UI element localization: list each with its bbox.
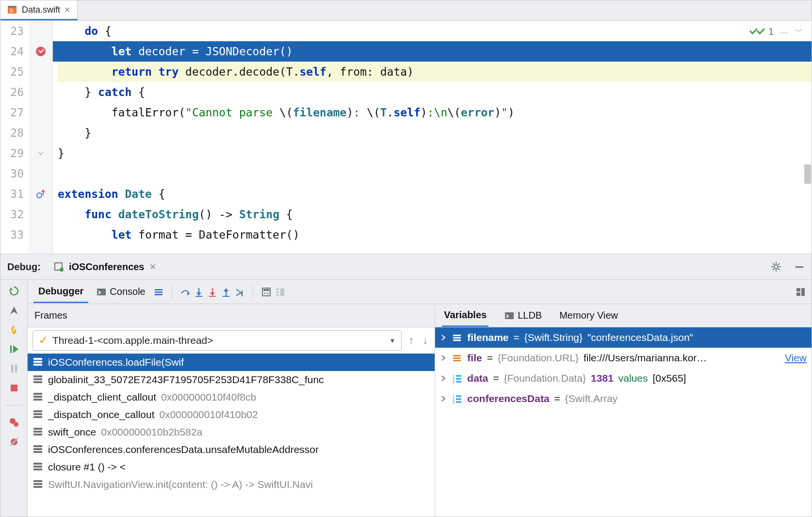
next-frame-icon[interactable]: ↓ [421, 332, 430, 349]
chevron-right-icon[interactable] [440, 355, 447, 361]
code-line[interactable]: fatalError("Cannot parse \(filename): \(… [58, 102, 812, 123]
tab-variables[interactable]: Variables [442, 305, 488, 327]
stack-frame[interactable]: _dispatch_once_callout 0x000000010f410b0… [28, 406, 435, 423]
tab-lldb[interactable]: LLDB [502, 305, 544, 326]
code-line[interactable]: let decoder = JSONDecoder() [53, 41, 812, 62]
gutter-cell[interactable] [29, 62, 52, 82]
svg-rect-16 [10, 345, 12, 353]
gutter-cell[interactable] [29, 123, 52, 143]
navigate-icon[interactable] [9, 305, 19, 316]
stack-frame[interactable]: _dispatch_client_callout 0x000000010f40f… [28, 388, 435, 406]
step-into-icon[interactable] [194, 287, 204, 297]
stack-frame[interactable]: closure #1 () -> < [28, 458, 435, 476]
tab-memory-view[interactable]: Memory View [557, 305, 620, 326]
line-number: 27 [0, 102, 24, 123]
chevron-right-icon[interactable] [440, 375, 447, 381]
frames-list[interactable]: iOSConferences.loadFile(Swifglobalinit_3… [28, 354, 435, 517]
svg-text:3: 3 [453, 380, 455, 384]
code-line[interactable] [58, 163, 812, 184]
variables-list[interactable]: filename = {Swift.String} "conferencesDa… [435, 327, 812, 517]
variable-type-icon [452, 332, 462, 343]
variable-row[interactable]: file = {Foundation.URL} file:///Users/ma… [435, 348, 812, 368]
code-line[interactable]: } catch { [58, 82, 812, 102]
code-line[interactable]: do { [58, 21, 812, 41]
evaluate-expression-icon[interactable] [261, 287, 272, 297]
variable-value: "conferencesData.json" [587, 332, 693, 343]
svg-rect-55 [33, 399, 42, 401]
inspection-widget[interactable]: 1 ︿ ﹀ [750, 26, 803, 37]
svg-line-14 [778, 263, 780, 265]
gear-icon[interactable] [771, 261, 781, 272]
editor-tab-filename: Data.swift [22, 5, 60, 15]
variable-row[interactable]: filename = {Swift.String} "conferencesDa… [435, 327, 812, 348]
tab-console[interactable]: Console [91, 281, 150, 302]
stack-frame[interactable]: swift_once 0x000000010b2b582a [28, 423, 435, 441]
gutter-cell[interactable] [29, 41, 52, 62]
pause-icon[interactable] [9, 363, 19, 374]
thread-selector[interactable]: ✓ Thread-1-<com.apple.main-thread> ▼ [32, 330, 402, 351]
gutter-cell[interactable] [29, 204, 52, 225]
stack-frame-icon [33, 410, 43, 419]
breakpoint-icon[interactable] [36, 47, 46, 56]
tab-debugger[interactable]: Debugger [33, 281, 88, 303]
variable-row[interactable]: 123data = {Foundation.Data} 1381 values … [435, 368, 812, 388]
editor-tab-active[interactable]: S Data.swift ✕ [0, 0, 78, 20]
code-line[interactable]: func dateToString() -> String { [58, 204, 812, 225]
debug-config-tab[interactable]: iOSConferences ✕ [53, 261, 156, 273]
force-step-into-icon[interactable] [207, 287, 218, 297]
gutter-cell[interactable] [29, 163, 52, 184]
view-link[interactable]: View [785, 352, 807, 364]
gutter-cell[interactable] [29, 184, 52, 204]
gutter-cell[interactable] [29, 102, 52, 123]
gutter-markers[interactable] [29, 21, 53, 254]
close-icon[interactable]: ✕ [64, 5, 70, 15]
editor-scrollbar-thumb[interactable] [804, 164, 811, 184]
variable-row[interactable]: 123conferencesData = {Swift.Array [435, 388, 812, 409]
flame-icon[interactable] [9, 324, 19, 335]
stop-icon[interactable] [9, 383, 19, 393]
code-line[interactable]: let format = DateFormatter() [58, 225, 812, 245]
variable-type: {Foundation.Data} [504, 372, 586, 384]
check-icon [749, 26, 758, 34]
stack-frame[interactable]: iOSConferences.loadFile(Swif [28, 354, 435, 371]
trace-icon[interactable] [275, 287, 285, 297]
stack-frame[interactable]: SwiftUI.NavigationView.init(content: () … [28, 476, 435, 493]
rerun-icon[interactable] [9, 286, 19, 296]
view-breakpoints-icon[interactable] [9, 417, 19, 428]
resume-icon[interactable] [9, 344, 19, 355]
frame-address: 0x000000010b2b582a [101, 426, 202, 438]
chevron-down-icon[interactable]: ﹀ [795, 21, 803, 42]
line-number: 29 [0, 143, 24, 163]
gutter-cell[interactable] [29, 225, 52, 245]
code-line[interactable]: return try decoder.decode(T.self, from: … [58, 62, 812, 82]
chevron-up-icon[interactable]: ︿ [780, 21, 788, 42]
code-line[interactable]: extension Date { [58, 184, 812, 204]
gutter-cell[interactable] [29, 143, 52, 163]
stack-frame[interactable]: globalinit_33_5072E7243F7195705F253D41F7… [28, 371, 435, 388]
svg-rect-27 [155, 291, 162, 293]
close-icon[interactable]: ✕ [149, 262, 156, 272]
prev-frame-icon[interactable]: ↑ [406, 332, 416, 349]
stack-frame[interactable]: iOSConferences.conferencesData.unsafeMut… [28, 441, 435, 458]
svg-rect-50 [33, 375, 42, 377]
svg-rect-52 [33, 381, 42, 383]
code-text-area[interactable]: do { let decoder = JSONDecoder() return … [53, 21, 812, 254]
code-line[interactable]: } [58, 123, 812, 143]
frame-label: _dispatch_once_callout [48, 409, 155, 420]
frames-panel: Frames ✓ Thread-1-<com.apple.main-thread… [28, 304, 435, 517]
mute-breakpoints-icon[interactable] [9, 436, 19, 447]
step-out-icon[interactable] [221, 287, 231, 297]
chevron-right-icon[interactable] [440, 396, 447, 402]
code-editor[interactable]: 2324252627282930313233 do { let decoder … [0, 21, 812, 254]
minimize-icon[interactable] [794, 261, 805, 272]
layout-settings-icon[interactable] [795, 287, 806, 297]
chevron-right-icon[interactable] [440, 335, 447, 340]
variable-count-suffix: values [618, 372, 648, 384]
code-line[interactable]: } [58, 143, 812, 163]
gutter-cell[interactable] [29, 82, 52, 102]
run-to-cursor-icon[interactable] [234, 287, 245, 297]
step-over-icon[interactable] [180, 287, 191, 297]
threads-icon[interactable] [153, 287, 164, 297]
gutter-cell[interactable] [29, 21, 52, 41]
svg-rect-81 [456, 375, 461, 377]
